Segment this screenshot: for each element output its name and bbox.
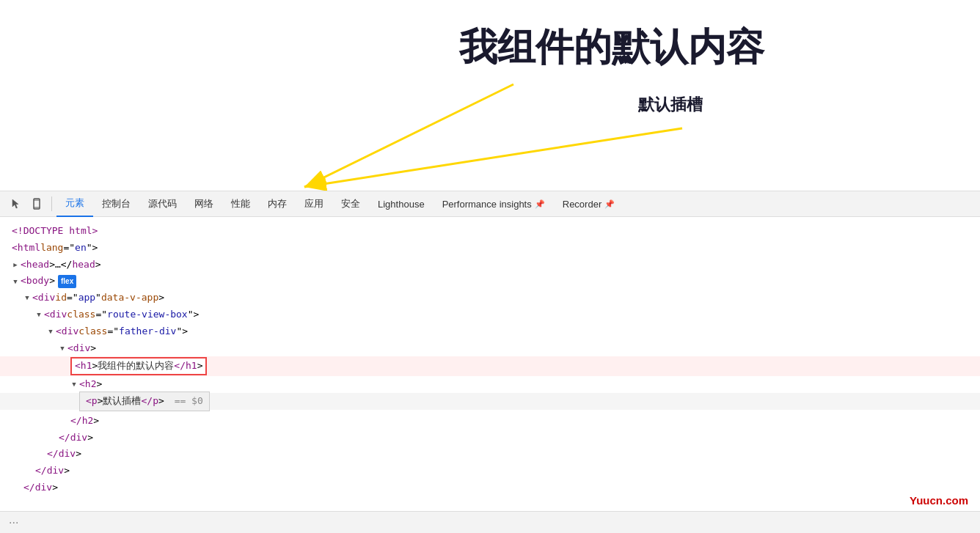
tab-performance[interactable]: 性能	[222, 191, 259, 217]
code-line-h1[interactable]: <h1>我组件的默认内容</h1>	[0, 356, 980, 376]
tab-recorder[interactable]: Recorder 📌	[554, 191, 624, 217]
tab-lighthouse[interactable]: Lighthouse	[369, 191, 434, 217]
expand-route[interactable]: ▼	[35, 311, 43, 318]
tab-console[interactable]: 控制台	[93, 191, 139, 217]
code-area: <!DOCTYPE html> <html lang="en"> ▶ <head…	[0, 217, 980, 502]
code-line-doctype: <!DOCTYPE html>	[0, 223, 980, 240]
expand-app[interactable]: ▼	[23, 295, 31, 302]
h1-selected-box: <h1>我组件的默认内容</h1>	[70, 357, 207, 375]
svg-line-3	[304, 128, 682, 187]
tab-sources[interactable]: 源代码	[139, 191, 186, 217]
code-line-route[interactable]: ▼ <div class="route-view-box">	[0, 306, 980, 323]
code-line-p[interactable]: <p>默认插槽</p> == $0 <p>默认插槽</p> == $0	[0, 393, 980, 410]
tab-elements[interactable]: 元素	[56, 191, 93, 217]
code-line-div-close1: </div>	[0, 430, 980, 446]
svg-line-2	[304, 84, 513, 187]
code-line-div-close2: </div>	[0, 446, 980, 463]
code-line-body[interactable]: ▼ <body> flex	[0, 273, 980, 290]
watermark: Yuucn.com	[910, 494, 968, 507]
p-highlight-box: <p>默认插槽</p> == $0	[79, 392, 210, 411]
toolbar-divider	[51, 196, 52, 211]
pin-icon: 📌	[535, 199, 545, 209]
page-main-title: 我组件的默认内容	[459, 22, 764, 73]
code-line-div-close4: </div>	[0, 479, 980, 496]
tab-application[interactable]: 应用	[296, 191, 332, 217]
tab-memory[interactable]: 内存	[259, 191, 296, 217]
pin-icon-2: 📌	[604, 199, 615, 209]
expand-head[interactable]: ▶	[12, 261, 19, 268]
tab-performance-insights[interactable]: Performance insights 📌	[434, 191, 554, 217]
top-area: 我组件的默认内容 默认插槽	[0, 0, 980, 191]
code-line-inner-div[interactable]: ▼ <div>	[0, 340, 980, 357]
status-dots: ···	[9, 516, 18, 529]
tab-network[interactable]: 网络	[186, 191, 222, 217]
tab-security[interactable]: 安全	[332, 191, 369, 217]
code-line-div-close3: </div>	[0, 463, 980, 479]
cursor-icon[interactable]	[6, 194, 26, 214]
flex-badge: flex	[58, 275, 76, 288]
code-line-app-div[interactable]: ▼ <div id="app" data-v-app>	[0, 290, 980, 306]
default-slot-label: 默认插槽	[638, 94, 703, 116]
code-line-h2-close: </h2>	[0, 413, 980, 430]
code-line-h2[interactable]: ▼ <h2>	[0, 376, 980, 393]
code-line-father[interactable]: ▼ <div class="father-div">	[0, 323, 980, 340]
expand-h2[interactable]: ▼	[70, 381, 78, 389]
expand-inner[interactable]: ▼	[59, 345, 66, 352]
code-line-head[interactable]: ▶ <head>…</head>	[0, 257, 980, 273]
expand-father[interactable]: ▼	[47, 328, 54, 335]
code-line-html[interactable]: <html lang="en">	[0, 240, 980, 257]
mobile-icon[interactable]	[26, 194, 47, 214]
expand-body[interactable]: ▼	[12, 278, 19, 285]
devtools-toolbar: 元素 控制台 源代码 网络 性能 内存 应用 安全 Lighthouse Per…	[0, 191, 980, 217]
status-bar: ···	[0, 511, 980, 533]
